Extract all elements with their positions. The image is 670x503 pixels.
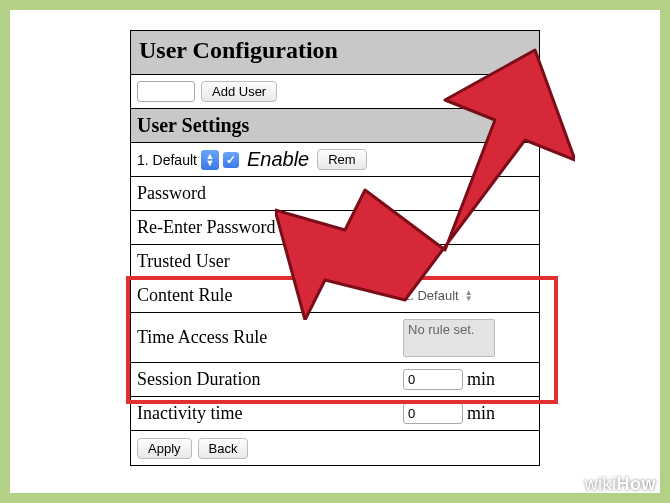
apply-button[interactable]: Apply: [137, 438, 192, 459]
watermark-suffix: How: [617, 474, 657, 494]
time-access-value[interactable]: No rule set.: [403, 319, 495, 357]
content-rule-row: Content Rule 1. Default ▲ ▼: [131, 279, 539, 313]
chevron-down-icon: ▼: [465, 296, 473, 302]
panel-title: User Configuration: [131, 31, 539, 75]
repassword-row: Re-Enter Password: [131, 211, 539, 245]
content-rule-stepper[interactable]: ▲ ▼: [465, 290, 473, 302]
inactivity-label: Inactivity time: [137, 403, 403, 424]
footer-row: Apply Back: [131, 431, 539, 465]
inactivity-input[interactable]: [403, 403, 463, 424]
add-user-button[interactable]: Add User: [201, 81, 277, 102]
inactivity-row: Inactivity time min: [131, 397, 539, 431]
watermark-prefix: wiki: [585, 474, 617, 494]
remove-button[interactable]: Rem: [317, 149, 366, 170]
config-panel: User Configuration Add User User Setting…: [130, 30, 540, 466]
time-access-row: Time Access Rule No rule set.: [131, 313, 539, 363]
enable-label: Enable: [247, 148, 309, 171]
add-user-row: Add User: [131, 75, 539, 109]
repassword-label: Re-Enter Password: [137, 217, 403, 238]
inactivity-unit: min: [467, 403, 495, 424]
time-access-label: Time Access Rule: [137, 327, 403, 348]
user-index-label: 1. Default: [137, 152, 197, 168]
session-input[interactable]: [403, 369, 463, 390]
trusted-row: Trusted User: [131, 245, 539, 279]
back-button[interactable]: Back: [198, 438, 249, 459]
session-label: Session Duration: [137, 369, 403, 390]
chevron-down-icon: ▼: [205, 160, 214, 167]
enable-checkbox[interactable]: ✓: [223, 152, 239, 168]
add-user-input[interactable]: [137, 81, 195, 102]
user-settings-line: 1. Default ▲ ▼ ✓ Enable Rem: [131, 143, 539, 177]
password-label: Password: [137, 183, 403, 204]
trusted-label: Trusted User: [137, 251, 403, 272]
session-unit: min: [467, 369, 495, 390]
session-row: Session Duration min: [131, 363, 539, 397]
content-rule-label: Content Rule: [137, 285, 403, 306]
canvas: User Configuration Add User User Setting…: [10, 10, 660, 493]
user-settings-heading: User Settings: [131, 109, 539, 143]
password-row: Password: [131, 177, 539, 211]
user-select-stepper[interactable]: ▲ ▼: [201, 150, 219, 170]
watermark: wikiHow: [585, 474, 657, 495]
content-rule-value: 1. Default: [403, 288, 459, 303]
